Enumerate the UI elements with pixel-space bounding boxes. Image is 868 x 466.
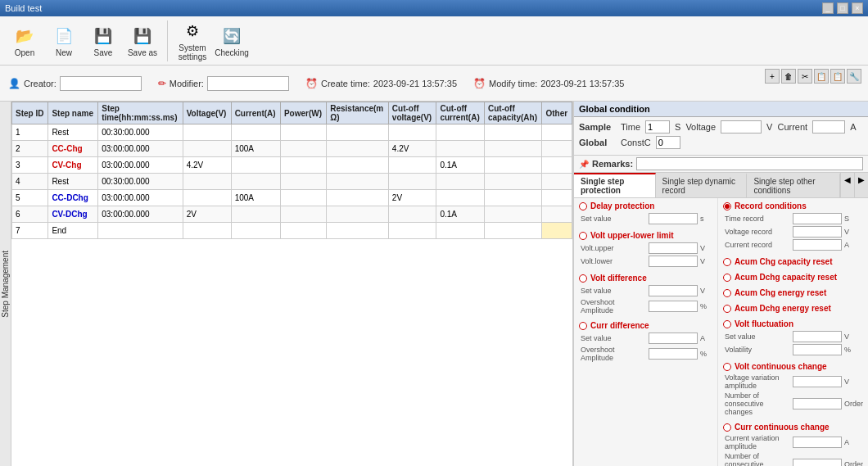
- delete-step-button[interactable]: 🗑: [781, 69, 796, 84]
- add-step-button[interactable]: +: [765, 69, 780, 84]
- table-cell[interactable]: [231, 124, 280, 141]
- table-cell[interactable]: [388, 157, 436, 174]
- table-cell[interactable]: 6: [12, 206, 48, 223]
- table-cell[interactable]: [542, 124, 572, 141]
- table-cell[interactable]: [280, 174, 326, 190]
- table-cell[interactable]: Rest: [48, 124, 98, 141]
- table-cell[interactable]: 03:00:00.000: [98, 190, 183, 206]
- delay-protection-radio[interactable]: [579, 202, 587, 210]
- table-row[interactable]: 6CV-DChg03:00:00.0002V0.1A: [12, 206, 572, 223]
- acum-chg-energy-reset-radio[interactable]: [723, 289, 731, 297]
- record-conditions-radio[interactable]: [723, 202, 731, 210]
- minimize-button[interactable]: _: [822, 2, 834, 14]
- creator-input[interactable]: [60, 76, 142, 91]
- volt-diff-overshoot-input[interactable]: [649, 301, 698, 312]
- table-cell[interactable]: Rest: [48, 174, 98, 190]
- table-cell[interactable]: [542, 206, 572, 223]
- table-cell[interactable]: [183, 223, 231, 239]
- table-cell[interactable]: [436, 141, 485, 157]
- table-cell[interactable]: 4.2V: [183, 157, 231, 174]
- table-cell[interactable]: [484, 174, 542, 190]
- table-cell[interactable]: CV-Chg: [48, 157, 98, 174]
- table-cell[interactable]: [484, 206, 542, 223]
- table-cell[interactable]: [542, 174, 572, 190]
- volt-varamp-input[interactable]: [793, 376, 842, 387]
- table-cell[interactable]: [327, 141, 389, 157]
- table-cell[interactable]: [484, 190, 542, 206]
- volt-continuous-change-radio[interactable]: [723, 363, 731, 371]
- table-area[interactable]: Step ID Step name Steptime(hh:mm:ss.ms) …: [11, 102, 573, 466]
- table-cell[interactable]: [436, 124, 485, 141]
- table-cell[interactable]: 0.1A: [436, 157, 485, 174]
- table-cell[interactable]: [231, 157, 280, 174]
- table-cell[interactable]: [484, 223, 542, 239]
- acum-dchg-cap-reset-radio[interactable]: [723, 274, 731, 282]
- table-cell[interactable]: [280, 223, 326, 239]
- table-cell[interactable]: 03:00:00.000: [98, 141, 183, 157]
- table-cell[interactable]: [436, 223, 485, 239]
- table-cell[interactable]: End: [48, 223, 98, 239]
- table-cell[interactable]: 4.2V: [388, 141, 436, 157]
- maximize-button[interactable]: □: [837, 2, 848, 14]
- table-row[interactable]: 1Rest00:30:00.000: [12, 124, 572, 141]
- curr-consec-input[interactable]: [793, 459, 842, 466]
- table-row[interactable]: 5CC-DChg03:00:00.000100A2V: [12, 190, 572, 206]
- system-settings-button[interactable]: ⚙ System settings: [174, 17, 210, 64]
- table-cell[interactable]: [280, 141, 326, 157]
- time-input[interactable]: [645, 120, 670, 133]
- table-cell[interactable]: 4: [12, 174, 48, 190]
- table-cell[interactable]: 00:30:00.000: [98, 174, 183, 190]
- table-cell[interactable]: 3: [12, 157, 48, 174]
- table-cell[interactable]: [280, 157, 326, 174]
- new-button[interactable]: 📄 New: [46, 22, 82, 60]
- table-cell[interactable]: [280, 206, 326, 223]
- table-cell[interactable]: [183, 124, 231, 141]
- tab-single-step-other[interactable]: Single step other conditions: [747, 173, 840, 197]
- volt-lower-input[interactable]: [649, 256, 698, 267]
- paste-step-button[interactable]: 📋: [830, 69, 845, 84]
- curr-diff-overshoot-input[interactable]: [649, 348, 698, 360]
- table-row[interactable]: 3CV-Chg03:00:00.0004.2V0.1A: [12, 157, 572, 174]
- table-cell[interactable]: [542, 223, 572, 239]
- title-bar-controls[interactable]: _ □ ×: [822, 2, 863, 14]
- remarks-input[interactable]: [636, 157, 863, 170]
- table-cell[interactable]: [542, 190, 572, 206]
- tab-arrow-left[interactable]: ◀: [840, 173, 854, 197]
- table-cell[interactable]: CC-Chg: [48, 141, 98, 157]
- table-cell[interactable]: 2: [12, 141, 48, 157]
- copy-step-button[interactable]: 📋: [814, 69, 829, 84]
- table-cell[interactable]: [484, 141, 542, 157]
- curr-difference-radio[interactable]: [579, 322, 587, 330]
- table-cell[interactable]: 03:00:00.000: [98, 206, 183, 223]
- table-cell[interactable]: CV-DChg: [48, 206, 98, 223]
- table-cell[interactable]: 2V: [388, 190, 436, 206]
- table-cell[interactable]: 03:00:00.000: [98, 157, 183, 174]
- table-cell[interactable]: 1: [12, 124, 48, 141]
- tab-arrow-right[interactable]: ▶: [854, 173, 868, 197]
- tab-single-step-protection[interactable]: Single step protection: [574, 173, 656, 197]
- table-cell[interactable]: [231, 223, 280, 239]
- volt-fluct-volatility-input[interactable]: [793, 344, 842, 355]
- close-button[interactable]: ×: [852, 2, 863, 14]
- save-button[interactable]: 💾 Save: [85, 22, 121, 60]
- table-cell[interactable]: 00:30:00.000: [98, 124, 183, 141]
- settings-step-button[interactable]: 🔧: [847, 69, 861, 84]
- table-cell[interactable]: 100A: [231, 141, 280, 157]
- cut-step-button[interactable]: ✂: [798, 69, 812, 84]
- table-cell[interactable]: [327, 206, 389, 223]
- table-cell[interactable]: [98, 223, 183, 239]
- voltage-input[interactable]: [721, 120, 762, 133]
- modifier-input[interactable]: [207, 76, 289, 91]
- table-cell[interactable]: [231, 174, 280, 190]
- table-cell[interactable]: [484, 157, 542, 174]
- table-cell[interactable]: [183, 141, 231, 157]
- table-cell[interactable]: 100A: [231, 190, 280, 206]
- tab-single-step-dynamic[interactable]: Single step dynamic record: [656, 173, 748, 197]
- table-row[interactable]: 4Rest00:30:00.000: [12, 174, 572, 190]
- table-cell[interactable]: [388, 206, 436, 223]
- table-cell[interactable]: [542, 141, 572, 157]
- volt-upper-lower-radio[interactable]: [579, 232, 587, 240]
- acum-chg-cap-reset-radio[interactable]: [723, 258, 731, 266]
- table-cell[interactable]: [484, 124, 542, 141]
- checking-button[interactable]: 🔄 Checking: [214, 22, 250, 60]
